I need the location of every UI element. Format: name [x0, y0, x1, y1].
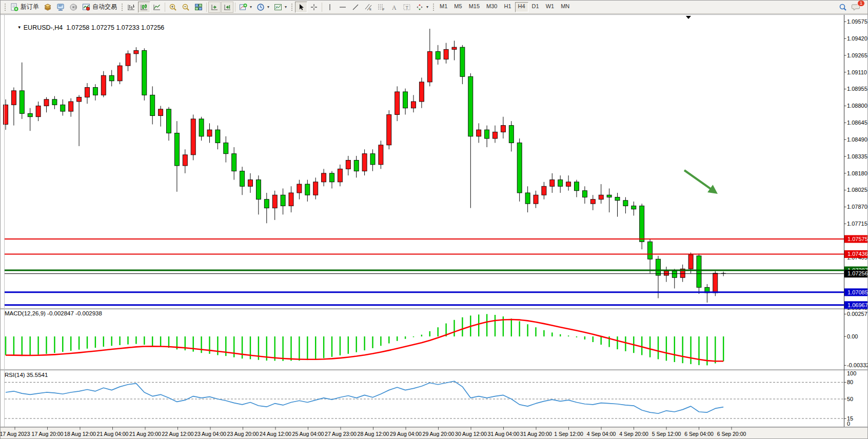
fibonacci-tool-button[interactable]: F [375, 2, 387, 13]
timeframe-w1-button[interactable]: W1 [543, 2, 558, 12]
macd-bar [478, 314, 479, 336]
new-order-button[interactable]: 新订单 [8, 2, 41, 13]
tile-windows-button[interactable] [192, 2, 205, 13]
templates-button[interactable]: ▾ [272, 2, 289, 13]
macd-bar [323, 336, 324, 358]
timeframe-h1-button[interactable]: H1 [501, 2, 514, 12]
tile-windows-icon [194, 3, 203, 11]
candle-body [289, 193, 293, 206]
candle-body [281, 195, 285, 206]
toolbar-grip[interactable] [290, 3, 293, 12]
candle-body [672, 271, 677, 278]
line-chart-type-button[interactable] [151, 2, 163, 13]
auto-scroll-button[interactable] [208, 2, 221, 13]
candle-body [207, 130, 212, 136]
candle-body [427, 52, 432, 82]
chart-svg[interactable]: 1.095751.094201.092651.091101.089551.088… [1, 14, 868, 439]
periods-button[interactable]: ▾ [254, 2, 271, 13]
horizontal-line-tool-button[interactable] [337, 2, 349, 13]
equidistant-channel-tool-button[interactable]: E [362, 2, 374, 13]
toolbar-grip[interactable] [432, 3, 435, 12]
candle-body [85, 87, 90, 97]
dropdown-caret: ▾ [285, 5, 287, 9]
svg-text:A: A [392, 4, 397, 11]
time-tick-label: 1 Sep 12:00 [554, 431, 583, 437]
chart-canvas[interactable]: ▼EURUSD-,H4 1.07258 1.07275 1.07233 1.07… [1, 14, 868, 439]
toolbar-separator [235, 3, 235, 12]
macd-bar [462, 317, 463, 336]
time-tick-label: 31 Aug 04:00 [488, 431, 520, 437]
vertical-line-tool-button[interactable] [324, 2, 336, 13]
candle-body [362, 154, 367, 171]
macd-bar [576, 336, 577, 337]
macd-bar [160, 336, 161, 347]
arrows-tool-button[interactable]: ▾ [413, 2, 430, 13]
macd-bar [543, 330, 544, 336]
timeframe-m1-button[interactable]: M1 [437, 2, 450, 12]
text-tool-button[interactable]: A [388, 2, 400, 13]
macd-bar [356, 336, 357, 352]
auto-scroll-icon [210, 3, 219, 11]
terminal-monitor-button[interactable] [54, 2, 67, 13]
timeframe-mn-button[interactable]: MN [558, 2, 573, 12]
timeframe-m30-button[interactable]: M30 [483, 2, 500, 12]
trendline-tool-button[interactable] [349, 2, 362, 13]
candle-body [330, 173, 334, 182]
chat-button[interactable]: 1 [850, 2, 862, 13]
notifications-speaker-button[interactable] [67, 2, 80, 13]
auto-trading-button[interactable]: 自动交易 [80, 2, 119, 13]
chart-title: ▼EURUSD-,H4 1.07258 1.07275 1.07233 1.07… [7, 17, 164, 38]
candle-body [240, 171, 245, 187]
rsi-tick-label: 100 [847, 370, 856, 376]
charts-stack-button[interactable] [42, 2, 54, 13]
svg-text:E: E [369, 8, 371, 11]
price-tick-label: 1.09110 [847, 69, 867, 75]
candle-body [501, 126, 505, 132]
time-tick-label: 4 Sep 20:00 [619, 431, 648, 437]
candle-body [199, 119, 204, 136]
zoom-out-button[interactable] [180, 2, 192, 13]
candle-body [590, 199, 595, 204]
macd-tick-label: 0.002572 [847, 311, 868, 317]
indicators-add-icon [239, 3, 247, 11]
candle-body [656, 259, 661, 275]
candle-body [305, 184, 310, 195]
new-order-icon [10, 3, 18, 11]
candle-body [534, 195, 538, 204]
rsi-indicator-label: RSI(14) 35.5541 [5, 372, 48, 378]
horizontal-line-icon [339, 3, 347, 11]
crosshair-tool-button[interactable] [308, 2, 320, 13]
timeframe-h4-button[interactable]: H4 [515, 2, 528, 12]
macd-bar [62, 336, 63, 352]
price-tick-label: 1.08645 [847, 119, 867, 126]
zoom-in-button[interactable] [167, 2, 179, 13]
timeframe-m5-button[interactable]: M5 [451, 2, 465, 12]
indicators-button[interactable]: ▾ [237, 2, 254, 13]
chart-shift-button[interactable] [221, 2, 233, 13]
price-tick-label: 1.07715 [847, 221, 867, 227]
toolbar: 新订单 自动交易 [1, 1, 867, 14]
timeframe-m15-button[interactable]: M15 [466, 2, 483, 12]
text-label-tool-button[interactable]: T [401, 2, 413, 13]
candle-body [191, 119, 195, 155]
terminal-monitor-icon [56, 3, 65, 11]
toolbar-grip[interactable] [121, 3, 124, 12]
candle-body [607, 195, 611, 197]
macd-bar [201, 336, 202, 353]
macd-bar [37, 336, 38, 355]
candle-body [224, 143, 228, 154]
macd-bar [127, 336, 128, 345]
candlestick-chart-type-button[interactable] [138, 2, 150, 13]
macd-bar [307, 336, 308, 360]
toolbar-grip[interactable] [4, 3, 7, 12]
macd-bar [421, 335, 422, 336]
timeframe-d1-button[interactable]: D1 [529, 2, 542, 12]
candle-body [566, 182, 571, 186]
macd-bar [13, 336, 14, 355]
cursor-tool-button[interactable] [295, 2, 307, 13]
candle-body [232, 154, 236, 171]
bar-chart-type-button[interactable] [125, 2, 137, 13]
search-button[interactable] [837, 2, 849, 13]
macd-bar [119, 336, 120, 345]
period-clock-icon [257, 3, 265, 11]
